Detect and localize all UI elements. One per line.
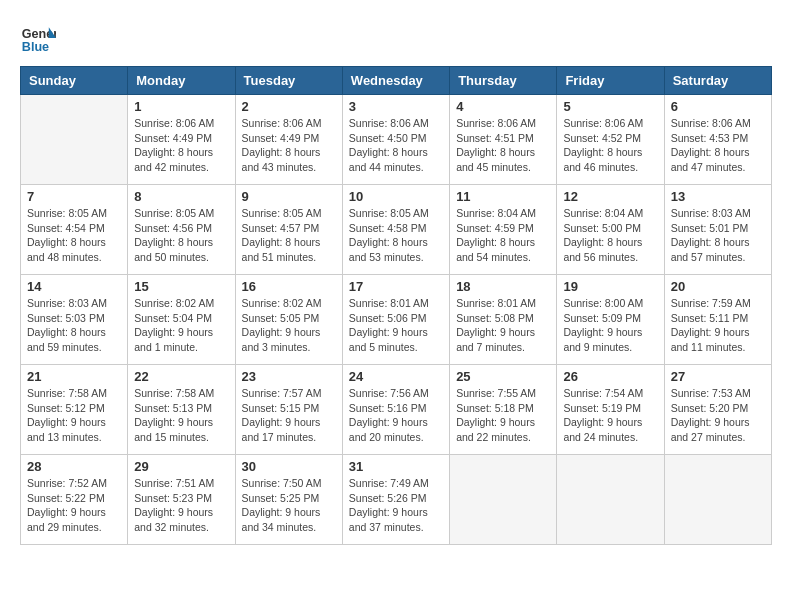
day-number: 13	[671, 189, 765, 204]
day-info: Sunrise: 8:00 AMSunset: 5:09 PMDaylight:…	[563, 296, 657, 355]
calendar-cell: 27Sunrise: 7:53 AMSunset: 5:20 PMDayligh…	[664, 365, 771, 455]
calendar-cell: 7Sunrise: 8:05 AMSunset: 4:54 PMDaylight…	[21, 185, 128, 275]
calendar-cell: 3Sunrise: 8:06 AMSunset: 4:50 PMDaylight…	[342, 95, 449, 185]
day-number: 8	[134, 189, 228, 204]
day-number: 28	[27, 459, 121, 474]
day-number: 12	[563, 189, 657, 204]
day-number: 2	[242, 99, 336, 114]
calendar-cell: 14Sunrise: 8:03 AMSunset: 5:03 PMDayligh…	[21, 275, 128, 365]
calendar-cell: 5Sunrise: 8:06 AMSunset: 4:52 PMDaylight…	[557, 95, 664, 185]
day-info: Sunrise: 7:52 AMSunset: 5:22 PMDaylight:…	[27, 476, 121, 535]
page-header: General Blue	[20, 20, 772, 56]
day-number: 27	[671, 369, 765, 384]
calendar-table: SundayMondayTuesdayWednesdayThursdayFrid…	[20, 66, 772, 545]
day-header-wednesday: Wednesday	[342, 67, 449, 95]
calendar-cell: 21Sunrise: 7:58 AMSunset: 5:12 PMDayligh…	[21, 365, 128, 455]
day-info: Sunrise: 8:01 AMSunset: 5:08 PMDaylight:…	[456, 296, 550, 355]
week-row-5: 28Sunrise: 7:52 AMSunset: 5:22 PMDayligh…	[21, 455, 772, 545]
calendar-cell: 12Sunrise: 8:04 AMSunset: 5:00 PMDayligh…	[557, 185, 664, 275]
calendar-cell: 18Sunrise: 8:01 AMSunset: 5:08 PMDayligh…	[450, 275, 557, 365]
day-number: 11	[456, 189, 550, 204]
day-info: Sunrise: 8:03 AMSunset: 5:01 PMDaylight:…	[671, 206, 765, 265]
day-header-tuesday: Tuesday	[235, 67, 342, 95]
week-row-1: 1Sunrise: 8:06 AMSunset: 4:49 PMDaylight…	[21, 95, 772, 185]
calendar-cell: 31Sunrise: 7:49 AMSunset: 5:26 PMDayligh…	[342, 455, 449, 545]
calendar-cell: 11Sunrise: 8:04 AMSunset: 4:59 PMDayligh…	[450, 185, 557, 275]
day-info: Sunrise: 8:06 AMSunset: 4:52 PMDaylight:…	[563, 116, 657, 175]
calendar-cell: 8Sunrise: 8:05 AMSunset: 4:56 PMDaylight…	[128, 185, 235, 275]
day-number: 18	[456, 279, 550, 294]
day-info: Sunrise: 8:05 AMSunset: 4:57 PMDaylight:…	[242, 206, 336, 265]
day-info: Sunrise: 8:06 AMSunset: 4:49 PMDaylight:…	[242, 116, 336, 175]
day-number: 24	[349, 369, 443, 384]
day-number: 9	[242, 189, 336, 204]
day-info: Sunrise: 8:05 AMSunset: 4:54 PMDaylight:…	[27, 206, 121, 265]
day-info: Sunrise: 7:54 AMSunset: 5:19 PMDaylight:…	[563, 386, 657, 445]
calendar-header-row: SundayMondayTuesdayWednesdayThursdayFrid…	[21, 67, 772, 95]
day-number: 30	[242, 459, 336, 474]
calendar-cell: 2Sunrise: 8:06 AMSunset: 4:49 PMDaylight…	[235, 95, 342, 185]
day-number: 15	[134, 279, 228, 294]
calendar-cell: 10Sunrise: 8:05 AMSunset: 4:58 PMDayligh…	[342, 185, 449, 275]
day-info: Sunrise: 7:57 AMSunset: 5:15 PMDaylight:…	[242, 386, 336, 445]
calendar-cell: 6Sunrise: 8:06 AMSunset: 4:53 PMDaylight…	[664, 95, 771, 185]
day-info: Sunrise: 7:58 AMSunset: 5:13 PMDaylight:…	[134, 386, 228, 445]
day-header-sunday: Sunday	[21, 67, 128, 95]
day-info: Sunrise: 8:04 AMSunset: 4:59 PMDaylight:…	[456, 206, 550, 265]
calendar-cell: 16Sunrise: 8:02 AMSunset: 5:05 PMDayligh…	[235, 275, 342, 365]
day-header-thursday: Thursday	[450, 67, 557, 95]
day-info: Sunrise: 7:56 AMSunset: 5:16 PMDaylight:…	[349, 386, 443, 445]
logo-icon: General Blue	[20, 20, 56, 56]
calendar-cell: 20Sunrise: 7:59 AMSunset: 5:11 PMDayligh…	[664, 275, 771, 365]
day-number: 21	[27, 369, 121, 384]
day-number: 20	[671, 279, 765, 294]
day-header-friday: Friday	[557, 67, 664, 95]
day-info: Sunrise: 8:05 AMSunset: 4:58 PMDaylight:…	[349, 206, 443, 265]
day-number: 25	[456, 369, 550, 384]
calendar-cell: 30Sunrise: 7:50 AMSunset: 5:25 PMDayligh…	[235, 455, 342, 545]
week-row-2: 7Sunrise: 8:05 AMSunset: 4:54 PMDaylight…	[21, 185, 772, 275]
day-info: Sunrise: 8:02 AMSunset: 5:04 PMDaylight:…	[134, 296, 228, 355]
day-info: Sunrise: 7:53 AMSunset: 5:20 PMDaylight:…	[671, 386, 765, 445]
calendar-cell: 1Sunrise: 8:06 AMSunset: 4:49 PMDaylight…	[128, 95, 235, 185]
day-number: 26	[563, 369, 657, 384]
calendar-cell	[450, 455, 557, 545]
day-info: Sunrise: 8:03 AMSunset: 5:03 PMDaylight:…	[27, 296, 121, 355]
day-info: Sunrise: 8:06 AMSunset: 4:49 PMDaylight:…	[134, 116, 228, 175]
day-number: 3	[349, 99, 443, 114]
day-number: 17	[349, 279, 443, 294]
calendar-cell: 28Sunrise: 7:52 AMSunset: 5:22 PMDayligh…	[21, 455, 128, 545]
day-number: 1	[134, 99, 228, 114]
calendar-cell: 17Sunrise: 8:01 AMSunset: 5:06 PMDayligh…	[342, 275, 449, 365]
day-header-saturday: Saturday	[664, 67, 771, 95]
calendar-cell: 22Sunrise: 7:58 AMSunset: 5:13 PMDayligh…	[128, 365, 235, 455]
day-info: Sunrise: 7:59 AMSunset: 5:11 PMDaylight:…	[671, 296, 765, 355]
day-info: Sunrise: 7:55 AMSunset: 5:18 PMDaylight:…	[456, 386, 550, 445]
day-info: Sunrise: 8:04 AMSunset: 5:00 PMDaylight:…	[563, 206, 657, 265]
calendar-cell	[557, 455, 664, 545]
day-number: 31	[349, 459, 443, 474]
calendar-cell	[21, 95, 128, 185]
day-number: 5	[563, 99, 657, 114]
calendar-cell: 23Sunrise: 7:57 AMSunset: 5:15 PMDayligh…	[235, 365, 342, 455]
week-row-3: 14Sunrise: 8:03 AMSunset: 5:03 PMDayligh…	[21, 275, 772, 365]
logo: General Blue	[20, 20, 60, 56]
calendar-cell: 24Sunrise: 7:56 AMSunset: 5:16 PMDayligh…	[342, 365, 449, 455]
day-info: Sunrise: 8:05 AMSunset: 4:56 PMDaylight:…	[134, 206, 228, 265]
day-info: Sunrise: 7:50 AMSunset: 5:25 PMDaylight:…	[242, 476, 336, 535]
svg-text:Blue: Blue	[22, 40, 49, 54]
day-info: Sunrise: 7:58 AMSunset: 5:12 PMDaylight:…	[27, 386, 121, 445]
week-row-4: 21Sunrise: 7:58 AMSunset: 5:12 PMDayligh…	[21, 365, 772, 455]
day-info: Sunrise: 7:49 AMSunset: 5:26 PMDaylight:…	[349, 476, 443, 535]
calendar-cell	[664, 455, 771, 545]
day-number: 14	[27, 279, 121, 294]
day-info: Sunrise: 8:02 AMSunset: 5:05 PMDaylight:…	[242, 296, 336, 355]
calendar-cell: 29Sunrise: 7:51 AMSunset: 5:23 PMDayligh…	[128, 455, 235, 545]
day-number: 10	[349, 189, 443, 204]
day-number: 7	[27, 189, 121, 204]
day-number: 6	[671, 99, 765, 114]
day-info: Sunrise: 8:01 AMSunset: 5:06 PMDaylight:…	[349, 296, 443, 355]
calendar-cell: 9Sunrise: 8:05 AMSunset: 4:57 PMDaylight…	[235, 185, 342, 275]
calendar-cell: 25Sunrise: 7:55 AMSunset: 5:18 PMDayligh…	[450, 365, 557, 455]
day-info: Sunrise: 7:51 AMSunset: 5:23 PMDaylight:…	[134, 476, 228, 535]
